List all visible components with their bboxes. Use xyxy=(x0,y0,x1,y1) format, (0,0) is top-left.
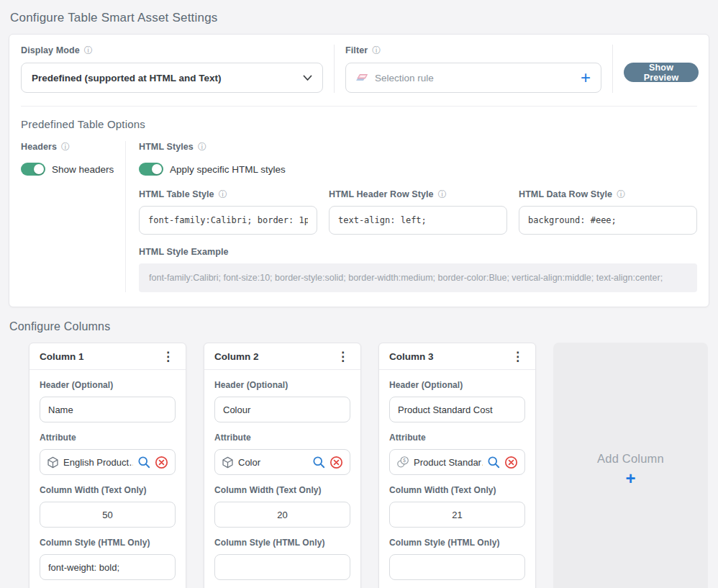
attribute-picker[interactable]: Color xyxy=(214,449,350,475)
headers-option-group: Headers ⓘ Show headers xyxy=(21,141,126,292)
search-icon[interactable] xyxy=(312,456,325,469)
attribute-picker[interactable]: English Product… xyxy=(40,449,176,475)
divider xyxy=(334,45,335,93)
page: Configure Table Smart Asset Settings Dis… xyxy=(0,0,718,588)
column-card-2: Column 2 ⋮ Header (Optional) Attribute C… xyxy=(204,343,361,588)
html-header-row-style-input[interactable] xyxy=(329,206,507,235)
add-filter-button[interactable]: + xyxy=(579,69,592,86)
predefined-table-options: Predefined Table Options Headers ⓘ Show … xyxy=(9,107,709,307)
html-data-row-style-label: HTML Data Row Style xyxy=(519,189,612,199)
column-style-input[interactable] xyxy=(389,554,525,580)
column-width-input[interactable] xyxy=(214,502,350,528)
header-optional-label: Header (Optional) xyxy=(214,380,288,390)
column-card-3: Column 3 ⋮ Header (Optional) Attribute xyxy=(378,343,536,588)
html-style-example-group: HTML Style Example font-family:Calibri; … xyxy=(139,246,697,292)
column-header-input[interactable] xyxy=(389,397,525,422)
info-icon[interactable]: ⓘ xyxy=(617,190,625,199)
column-style-label: Column Style (HTML Only) xyxy=(214,538,325,548)
column-style-input[interactable] xyxy=(214,554,350,580)
attribute-value: English Product… xyxy=(63,457,133,468)
coins-icon: $ xyxy=(396,456,409,469)
cube-icon xyxy=(222,456,234,469)
html-style-example-text: font-family:Calibri; font-size:10; borde… xyxy=(139,263,697,292)
add-column-label: Add Column xyxy=(597,452,664,466)
attribute-picker[interactable]: $ Product Standar… xyxy=(389,449,525,475)
column-header-input[interactable] xyxy=(214,397,350,422)
column-header-input[interactable] xyxy=(40,397,176,422)
display-mode-group: Display Mode ⓘ Predefined (supported at … xyxy=(21,45,323,93)
column-width-input[interactable] xyxy=(389,502,525,528)
plus-icon: + xyxy=(625,471,635,485)
display-mode-select[interactable]: Predefined (supported at HTML and Text) xyxy=(21,63,323,93)
info-icon[interactable]: ⓘ xyxy=(198,143,206,151)
configure-columns-title: Configure Columns xyxy=(9,320,718,333)
add-column-button[interactable]: Add Column + xyxy=(553,343,708,588)
column-width-label: Column Width (Text Only) xyxy=(389,485,496,495)
html-table-style-label: HTML Table Style xyxy=(139,189,214,199)
info-icon[interactable]: ⓘ xyxy=(372,46,381,55)
selection-rule-icon xyxy=(355,71,368,85)
html-styles-label: HTML Styles xyxy=(139,142,194,152)
headers-label: Headers xyxy=(21,142,57,152)
header-optional-label: Header (Optional) xyxy=(389,380,463,390)
apply-html-styles-toggle[interactable] xyxy=(139,163,163,176)
remove-attribute-icon[interactable] xyxy=(504,456,518,469)
column-card-1: Column 1 ⋮ Header (Optional) Attribute E… xyxy=(29,343,186,588)
page-title: Configure Table Smart Asset Settings xyxy=(0,0,718,34)
settings-top-row: Display Mode ⓘ Predefined (supported at … xyxy=(9,35,709,106)
filter-placeholder: Selection rule xyxy=(375,73,573,83)
info-icon[interactable]: ⓘ xyxy=(219,190,227,199)
column-width-label: Column Width (Text Only) xyxy=(40,485,147,495)
column-style-label: Column Style (HTML Only) xyxy=(389,538,500,548)
display-mode-value: Predefined (supported at HTML and Text) xyxy=(32,73,303,83)
html-table-style-input[interactable] xyxy=(139,206,317,235)
column-card-title: Column 2 xyxy=(214,351,259,362)
attribute-label: Attribute xyxy=(389,433,426,443)
html-data-row-style-group: HTML Data Row Style ⓘ xyxy=(519,189,697,235)
show-headers-toggle[interactable] xyxy=(21,163,45,176)
html-styles-option-group: HTML Styles ⓘ Apply specific HTML styles… xyxy=(126,141,697,292)
kebab-menu-icon[interactable]: ⋮ xyxy=(334,350,352,363)
kebab-menu-icon[interactable]: ⋮ xyxy=(509,350,527,363)
divider xyxy=(612,45,613,93)
show-headers-toggle-label: Show headers xyxy=(52,164,114,175)
column-style-label: Column Style (HTML Only) xyxy=(40,538,150,548)
html-data-row-style-input[interactable] xyxy=(519,206,697,235)
html-style-example-label: HTML Style Example xyxy=(139,247,229,257)
header-optional-label: Header (Optional) xyxy=(40,380,113,390)
attribute-value: Product Standar… xyxy=(414,457,483,468)
remove-attribute-icon[interactable] xyxy=(330,456,343,469)
info-icon[interactable]: ⓘ xyxy=(438,190,447,199)
filter-selection-rule-field[interactable]: Selection rule + xyxy=(345,63,601,93)
svg-text:$: $ xyxy=(403,457,406,463)
html-table-style-group: HTML Table Style ⓘ xyxy=(139,189,317,235)
show-preview-button[interactable]: Show Preview xyxy=(624,63,699,82)
attribute-value: Color xyxy=(238,457,308,468)
search-icon[interactable] xyxy=(137,456,150,469)
column-style-input[interactable] xyxy=(40,554,176,580)
display-mode-label: Display Mode xyxy=(21,45,80,55)
column-card-title: Column 1 xyxy=(40,351,84,362)
search-icon[interactable] xyxy=(487,456,500,469)
filter-label: Filter xyxy=(345,45,368,55)
columns-row: Column 1 ⋮ Header (Optional) Attribute E… xyxy=(29,343,708,588)
filter-group: Filter ⓘ Selection rule + xyxy=(345,45,601,93)
info-icon[interactable]: ⓘ xyxy=(84,46,93,55)
column-width-input[interactable] xyxy=(40,502,176,528)
settings-panel: Display Mode ⓘ Predefined (supported at … xyxy=(9,34,709,307)
column-width-label: Column Width (Text Only) xyxy=(214,485,322,495)
attribute-label: Attribute xyxy=(40,433,76,443)
attribute-label: Attribute xyxy=(214,433,251,443)
info-icon[interactable]: ⓘ xyxy=(61,143,70,151)
kebab-menu-icon[interactable]: ⋮ xyxy=(159,350,177,363)
cube-icon xyxy=(47,456,59,469)
chevron-down-icon xyxy=(303,71,312,84)
options-section-title: Predefined Table Options xyxy=(21,118,697,130)
html-header-row-style-group: HTML Header Row Style ⓘ xyxy=(329,189,507,235)
html-header-row-style-label: HTML Header Row Style xyxy=(329,189,434,199)
column-card-title: Column 3 xyxy=(389,351,434,362)
apply-html-styles-toggle-label: Apply specific HTML styles xyxy=(170,164,286,175)
remove-attribute-icon[interactable] xyxy=(155,456,168,469)
